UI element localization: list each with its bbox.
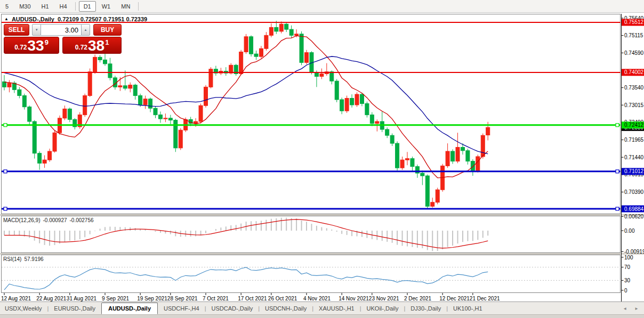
svg-text:0.71965: 0.71965 bbox=[624, 137, 644, 143]
rsi-name: RSI(14) bbox=[3, 256, 21, 262]
sell-price-display[interactable]: 0.72 33 9 bbox=[4, 37, 59, 54]
svg-text:2 Dec 2021: 2 Dec 2021 bbox=[404, 296, 432, 301]
svg-text:0.73540: 0.73540 bbox=[624, 85, 644, 91]
chart-tab-ukoil-daily[interactable]: UKOil-,Daily bbox=[362, 303, 404, 314]
chart-tab-dj30-daily[interactable]: DJ30-,Daily bbox=[406, 303, 446, 314]
toolbar-separator bbox=[138, 2, 139, 11]
svg-text:-0.009192: -0.009192 bbox=[624, 249, 644, 255]
svg-text:0.73015: 0.73015 bbox=[624, 102, 644, 108]
lot-increase-button[interactable]: ▲ bbox=[81, 24, 90, 36]
svg-text:7 Oct 2021: 7 Oct 2021 bbox=[203, 296, 229, 301]
trading-platform-window: { "toolbar": { "items": [ {"label": "5"}… bbox=[0, 0, 644, 318]
buy-button[interactable]: BUY bbox=[93, 24, 122, 36]
chart-tab-uk100-h1[interactable]: UK100-,H1 bbox=[448, 303, 487, 314]
svg-text:0.75115: 0.75115 bbox=[624, 32, 643, 38]
line-handle[interactable] bbox=[4, 207, 7, 210]
svg-text:0.006201: 0.006201 bbox=[624, 214, 644, 219]
timeframe-button-w1[interactable]: W1 bbox=[97, 1, 116, 12]
collapse-panel-icon[interactable]: ▲ bbox=[4, 17, 9, 21]
svg-text:0: 0 bbox=[624, 288, 627, 293]
macd-main-value: -0.000927 bbox=[43, 217, 67, 223]
svg-text:21 Dec 2021: 21 Dec 2021 bbox=[470, 296, 500, 301]
svg-text:0.69884: 0.69884 bbox=[624, 206, 644, 212]
svg-text:12 Aug 2021: 12 Aug 2021 bbox=[1, 296, 31, 301]
timeframe-button-d1[interactable]: D1 bbox=[79, 1, 96, 12]
chart-symbol-label: AUDUSD-,Daily bbox=[12, 16, 54, 22]
timeframe-toolbar: 5M30H1H4D1W1MN bbox=[0, 0, 644, 13]
svg-text:17 Oct 2021: 17 Oct 2021 bbox=[238, 296, 267, 301]
level-price-label: 0.69884 bbox=[622, 206, 644, 213]
timeframe-button-5[interactable]: 5 bbox=[1, 1, 13, 12]
svg-text:9 Sep 2021: 9 Sep 2021 bbox=[102, 296, 130, 301]
sell-button[interactable]: SELL bbox=[4, 24, 29, 36]
svg-text:100: 100 bbox=[624, 255, 633, 260]
svg-text:0.72412: 0.72412 bbox=[624, 122, 644, 128]
level-price-label: 0.75512 bbox=[622, 19, 644, 26]
svg-text:28 Sep 2021: 28 Sep 2021 bbox=[167, 296, 198, 301]
svg-text:0.70390: 0.70390 bbox=[624, 189, 644, 195]
status-bar bbox=[0, 314, 644, 318]
line-handle[interactable] bbox=[4, 124, 7, 127]
rsi-value: 57.9196 bbox=[24, 256, 43, 262]
timeframe-button-mn[interactable]: MN bbox=[116, 1, 135, 12]
chart-tab-usdcad-daily[interactable]: USDCAD-,Daily bbox=[207, 303, 258, 314]
timeframe-button-h4[interactable]: H4 bbox=[55, 1, 72, 12]
line-handle[interactable] bbox=[616, 170, 619, 173]
svg-text:0.71012: 0.71012 bbox=[624, 168, 644, 174]
svg-text:4 Nov 2021: 4 Nov 2021 bbox=[303, 296, 331, 301]
svg-text:0.00: 0.00 bbox=[624, 228, 635, 234]
spinner-down-icon: ▼ bbox=[35, 28, 38, 31]
svg-text:12 Dec 2021: 12 Dec 2021 bbox=[439, 296, 470, 301]
chart-tab-eurusd-daily[interactable]: EURUSD-,Daily bbox=[49, 303, 100, 314]
symbol-tab-bar: USDX,Weekly|EURUSD-,DailyAUDUSD-,DailyUS… bbox=[0, 301, 644, 315]
chart-ohlc-values: 0.72109 0.72507 0.71951 0.72339 bbox=[58, 16, 147, 22]
lot-decrease-button[interactable]: ▼ bbox=[32, 24, 41, 36]
chart-canvas[interactable]: 0.756400.751150.745900.735400.730150.724… bbox=[0, 13, 644, 301]
tabs-scroll-right-icon[interactable]: ► bbox=[634, 306, 639, 311]
svg-text:31 Aug 2021: 31 Aug 2021 bbox=[67, 296, 97, 301]
line-handle[interactable] bbox=[616, 124, 619, 127]
line-handle[interactable] bbox=[4, 170, 7, 173]
svg-text:23 Nov 2021: 23 Nov 2021 bbox=[369, 296, 399, 301]
buy-price-pipette: 1 bbox=[105, 39, 109, 46]
timeframe-button-h1[interactable]: H1 bbox=[37, 1, 54, 12]
svg-text:19 Sep 2021: 19 Sep 2021 bbox=[137, 296, 167, 301]
buy-price-main: 38 bbox=[88, 39, 104, 52]
chart-tab-audusd-daily[interactable]: AUDUSD-,Daily bbox=[101, 303, 158, 314]
buy-price-prefix: 0.72 bbox=[75, 44, 87, 51]
svg-text:0.75512: 0.75512 bbox=[624, 19, 644, 25]
one-click-trading-panel: SELL ▼ 3.00 ▲ BUY 0.72 33 9 0.72 38 1 bbox=[4, 24, 122, 54]
toolbar-separator bbox=[75, 2, 76, 11]
spinner-up-icon: ▲ bbox=[84, 28, 87, 31]
chart-tab-usdx-weekly[interactable]: USDX,Weekly bbox=[0, 303, 46, 314]
macd-indicator-label: MACD(12,26,9) -0.000927 -0.002756 bbox=[3, 217, 94, 223]
level-price-label: 0.74002 bbox=[622, 69, 644, 76]
level-price-label: 0.71012 bbox=[622, 168, 644, 175]
macd-signal-value: -0.002756 bbox=[70, 217, 94, 223]
macd-name: MACD(12,26,9) bbox=[3, 217, 40, 223]
sell-price-main: 33 bbox=[28, 39, 44, 52]
sell-price-prefix: 0.72 bbox=[14, 44, 27, 51]
chart-tab-usdchf-h4[interactable]: USDCHF-,H4 bbox=[159, 303, 204, 314]
buy-price-display[interactable]: 0.72 38 1 bbox=[62, 37, 122, 54]
chart-area[interactable]: 0.756400.751150.745900.735400.730150.724… bbox=[0, 13, 644, 301]
chart-tab-usdcnh-daily[interactable]: USDCNH-,Daily bbox=[260, 303, 311, 314]
svg-text:0.71440: 0.71440 bbox=[624, 154, 644, 160]
sell-price-pipette: 9 bbox=[45, 39, 49, 46]
rsi-indicator-label: RSI(14) 57.9196 bbox=[3, 256, 44, 262]
svg-text:30: 30 bbox=[624, 278, 631, 283]
level-price-label: 0.72412 bbox=[622, 121, 644, 128]
chart-title: ▲ AUDUSD-,Daily 0.72109 0.72507 0.71951 … bbox=[4, 16, 147, 22]
svg-text:14 Nov 2021: 14 Nov 2021 bbox=[339, 296, 369, 301]
chart-tab-xauusd-h1[interactable]: XAUUSD-,H1 bbox=[314, 303, 359, 314]
lot-size-input[interactable]: 3.00 bbox=[41, 24, 81, 36]
timeframe-button-m30[interactable]: M30 bbox=[14, 1, 35, 12]
line-handle[interactable] bbox=[616, 207, 619, 210]
svg-text:26 Oct 2021: 26 Oct 2021 bbox=[268, 296, 297, 301]
svg-text:0.74590: 0.74590 bbox=[624, 50, 644, 56]
svg-text:0.74002: 0.74002 bbox=[624, 69, 644, 75]
svg-text:70: 70 bbox=[624, 264, 631, 270]
tabs-scroll-left-icon[interactable]: ◄ bbox=[623, 306, 627, 311]
svg-text:22 Aug 2021: 22 Aug 2021 bbox=[36, 296, 67, 301]
